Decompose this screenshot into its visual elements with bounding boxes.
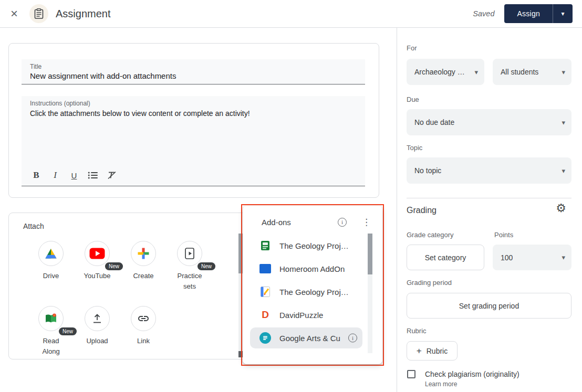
attach-row-1: Drive New YouTube: [28, 241, 213, 291]
topic-value: No topic: [414, 166, 441, 175]
read-along-icon[interactable]: New: [38, 306, 64, 331]
class-select[interactable]: Archaeology … ▾: [407, 59, 484, 85]
students-select-value: All students: [501, 68, 538, 76]
youtube-icon[interactable]: New: [85, 241, 110, 266]
addon-item-geology-project[interactable]: The Geology Proj…: [243, 234, 382, 257]
points-select[interactable]: 100 ▾: [493, 245, 571, 270]
points-value: 100: [501, 253, 513, 262]
rubric-button-label: Rubric: [427, 347, 448, 355]
for-label: For: [407, 44, 417, 52]
addon-label: Homeroom AddOn: [279, 264, 345, 273]
new-badge: New: [105, 262, 123, 270]
close-icon[interactable]: ×: [7, 7, 21, 20]
attach-read-along[interactable]: New Read Along: [28, 306, 74, 356]
drive-icon[interactable]: [38, 241, 64, 266]
addons-popup: Add-ons i ⋮ The Geology Proj… Homeroo: [243, 206, 382, 364]
learn-more-link[interactable]: Learn more: [425, 380, 457, 388]
assign-split-button: Assign ▾: [504, 4, 573, 23]
create-plus-icon[interactable]: [131, 241, 156, 266]
more-options-icon[interactable]: ⋮: [362, 218, 371, 227]
plagiarism-label: Check plagiarism (originality): [425, 370, 519, 378]
attach-link[interactable]: Link: [120, 306, 167, 356]
clear-formatting-icon: [107, 171, 117, 179]
geology-project-icon: [259, 239, 272, 252]
bulleted-list-button[interactable]: [84, 167, 102, 183]
attach-label: Read Along: [35, 336, 67, 356]
attach-create[interactable]: Create: [120, 241, 167, 291]
topic-select[interactable]: No topic ▾: [407, 157, 571, 184]
set-grading-period-button[interactable]: Set grading period: [407, 293, 571, 319]
attach-label: Create: [133, 271, 153, 281]
addon-item-arts-culture[interactable]: Google Arts & Cu i: [243, 326, 382, 349]
info-icon[interactable]: i: [338, 218, 347, 227]
due-date-value: No due date: [414, 118, 454, 126]
formatting-toolbar: B I U: [27, 167, 121, 183]
addon-item-geology-notebook[interactable]: The Geology Proj…: [243, 280, 382, 303]
addons-header: Add-ons i ⋮: [243, 206, 382, 234]
link-icon[interactable]: [131, 306, 156, 331]
title-label: Title: [22, 59, 365, 70]
davidpuzzle-icon: D: [259, 309, 272, 321]
addons-title: Add-ons: [262, 218, 291, 227]
addons-scrollbar[interactable]: [368, 234, 372, 353]
practice-sets-icon[interactable]: New: [177, 241, 202, 266]
title-input[interactable]: New assignment with add-on attachments: [22, 70, 365, 80]
rubric-label: Rubric: [407, 327, 427, 335]
page-title: Assignment: [56, 8, 111, 20]
assign-dropdown-button[interactable]: ▾: [553, 4, 573, 23]
addon-item-davidpuzzle[interactable]: D DavidPuzzle: [243, 303, 382, 326]
italic-button[interactable]: I: [46, 167, 65, 183]
addon-label: The Geology Proj…: [279, 241, 349, 250]
attach-label: Upload: [86, 336, 108, 346]
topbar: × Assignment Saved Assign ▾: [0, 0, 582, 28]
addon-label: DavidPuzzle: [279, 311, 323, 320]
settings-sidebar: For Archaeology … ▾ All students ▾ Due N…: [397, 28, 582, 392]
attach-upload[interactable]: Upload: [74, 306, 120, 356]
caret-down-icon: ▾: [558, 167, 565, 175]
gear-icon[interactable]: ⚙: [556, 203, 566, 214]
addon-item-homeroom[interactable]: Homeroom AddOn: [243, 257, 382, 280]
clear-formatting-button[interactable]: [102, 167, 121, 183]
attach-label: Practice sets: [173, 271, 206, 291]
title-field[interactable]: Title New assignment with add-on attachm…: [22, 59, 365, 84]
instructions-field[interactable]: Instructions (optional) Click the attach…: [22, 96, 365, 186]
students-select[interactable]: All students ▾: [493, 59, 571, 85]
class-select-value: Archaeology …: [414, 68, 465, 76]
scrollbar-thumb[interactable]: [368, 234, 372, 274]
underline-button[interactable]: U: [65, 167, 84, 183]
caret-down-icon: ▾: [558, 68, 565, 76]
grading-period-label: Grading period: [407, 279, 452, 287]
bulleted-list-icon: [88, 171, 98, 179]
plus-icon: +: [417, 346, 422, 356]
set-category-button[interactable]: Set category: [407, 245, 484, 270]
upload-icon[interactable]: [85, 306, 110, 331]
attach-youtube[interactable]: New YouTube: [74, 241, 120, 291]
attach-row-2: New Read Along Upload: [28, 306, 167, 356]
instructions-input[interactable]: Click the attachments below to view cont…: [22, 107, 365, 118]
homeroom-addon-icon: [259, 262, 272, 275]
attach-practice-sets[interactable]: New Practice sets: [167, 241, 213, 291]
caret-down-icon: ▾: [471, 68, 478, 76]
assignment-page: × Assignment Saved Assign ▾ Title New as…: [0, 0, 582, 392]
attach-heading: Attach: [23, 222, 44, 230]
plagiarism-checkbox[interactable]: [407, 370, 415, 378]
attach-label: YouTube: [84, 271, 110, 281]
attach-drive[interactable]: Drive: [28, 241, 74, 291]
addon-info-icon[interactable]: i: [348, 334, 357, 343]
geology-notebook-icon: [259, 285, 272, 298]
points-label: Points: [494, 231, 513, 239]
addon-label: Google Arts & Cu: [279, 334, 340, 343]
grade-category-label: Grade category: [407, 231, 454, 239]
add-rubric-button[interactable]: + Rubric: [407, 341, 458, 361]
sidebar-divider: [407, 198, 571, 198]
annotation-highlight-box: Add-ons i ⋮ The Geology Proj… Homeroo: [241, 204, 384, 366]
instructions-label: Instructions (optional): [22, 96, 365, 107]
assign-button[interactable]: Assign: [504, 4, 553, 23]
bold-button[interactable]: B: [27, 167, 46, 183]
addon-label: The Geology Proj…: [279, 288, 349, 296]
caret-down-icon: ▾: [558, 253, 565, 261]
new-badge: New: [59, 327, 77, 335]
topic-label: Topic: [407, 144, 422, 152]
caret-down-icon: ▾: [558, 119, 565, 126]
due-date-select[interactable]: No due date ▾: [407, 109, 571, 135]
